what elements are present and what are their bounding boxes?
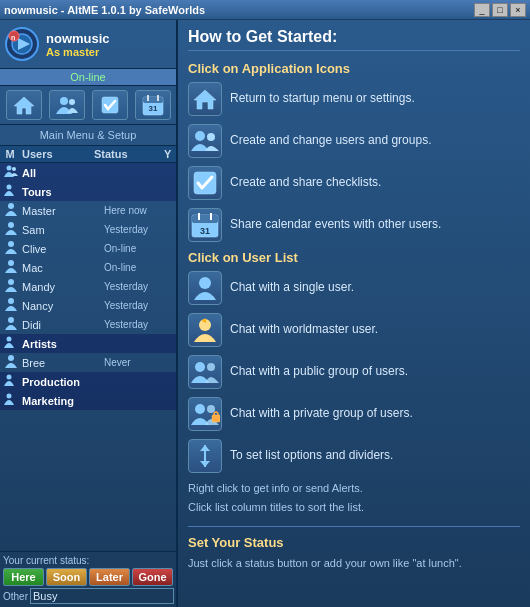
artists-label: Artists [20,338,104,350]
help-item-single-user: Chat with a single user. [188,271,520,305]
left-panel: n nowmusic As master On-line [0,20,178,607]
main-menu-label[interactable]: Main Menu & Setup [0,125,176,146]
section-app-icons-header: Click on Application Icons [188,61,520,76]
app-info: nowmusic As master [46,31,110,58]
list-item-artists[interactable]: Artists [0,334,176,353]
help-item-checklist: Create and share checklists. [188,166,520,200]
svg-point-14 [7,166,12,171]
help-text-single-user: Chat with a single user. [230,280,354,296]
status-label: Your current status: [3,555,173,566]
calendar-toolbar-button[interactable]: 31 [135,90,171,120]
user-list: All Tours Master Here now [0,163,176,551]
svg-point-29 [195,131,205,141]
clive-icon [2,240,20,257]
list-item-didi[interactable]: Didi Yesterday [0,315,176,334]
svg-point-40 [195,362,205,372]
svg-point-41 [207,363,215,371]
didi-status: Yesterday [104,319,174,330]
svg-text:31: 31 [148,104,157,113]
mac-status: On-line [104,262,174,273]
header-y[interactable]: Y [162,146,176,162]
svg-point-23 [8,317,14,323]
svg-rect-44 [212,415,220,422]
window-title: nowmusic - AltME 1.0.1 by SafeWorlds [4,4,205,16]
here-button[interactable]: Here [3,568,44,586]
svg-point-6 [60,97,68,105]
svg-point-17 [8,203,14,209]
help-text-worldmaster: Chat with worldmaster user. [230,322,378,338]
custom-status: Other [3,588,173,604]
header-status[interactable]: Status [92,146,162,162]
list-item-mac[interactable]: Mac On-line [0,258,176,277]
app-role: As master [46,46,110,58]
section-user-list-header: Click on User List [188,250,520,265]
mandy-name: Mandy [20,281,104,293]
list-item-production[interactable]: Production [0,372,176,391]
sam-status: Yesterday [104,224,174,235]
header-m[interactable]: M [0,146,20,162]
svg-point-21 [8,279,14,285]
help-text-options: To set list options and dividers. [230,448,393,464]
list-item-sam[interactable]: Sam Yesterday [0,220,176,239]
list-item-tours[interactable]: Tours [0,182,176,201]
svg-text:31: 31 [200,226,210,236]
online-status-bar: On-line [0,69,176,86]
help-text-private-group: Chat with a private group of users. [230,406,413,422]
master-icon [2,202,20,219]
all-label: All [20,167,104,179]
mandy-icon [2,278,20,295]
nancy-status: Yesterday [104,300,174,311]
users-help-icon [188,124,222,158]
section-set-status-header: Set Your Status [188,526,520,550]
options-help-icon [188,439,222,473]
right-panel: How to Get Started: Click on Application… [178,20,530,607]
mac-icon [2,259,20,276]
help-title: How to Get Started: [188,28,520,51]
list-item-bree[interactable]: Bree Never [0,353,176,372]
users-toolbar-button[interactable] [49,90,85,120]
close-button[interactable]: × [510,3,526,17]
list-item-master[interactable]: Master Here now [0,201,176,220]
help-item-options: To set list options and dividers. [188,439,520,473]
later-button[interactable]: Later [89,568,130,586]
status-buttons: Here Soon Later Gone [3,568,173,586]
svg-point-27 [7,394,12,399]
main-container: n nowmusic As master On-line [0,20,530,607]
svg-point-22 [8,298,14,304]
svg-point-20 [8,260,14,266]
svg-point-26 [7,375,12,380]
other-label: Other [3,591,28,602]
gone-button[interactable]: Gone [132,568,173,586]
svg-point-43 [207,405,215,413]
soon-button[interactable]: Soon [46,568,87,586]
calendar-help-icon: 31 [188,208,222,242]
help-note-rightclick: Right click to get info or send Alerts. [188,481,520,496]
svg-point-30 [207,133,215,141]
help-item-worldmaster: Chat with worldmaster user. [188,313,520,347]
header-users[interactable]: Users [20,146,92,162]
svg-point-25 [8,355,14,361]
help-text-calendar: Share calendar events with other users. [230,217,441,233]
help-text-users: Create and change users and groups. [230,133,431,149]
checklist-toolbar-button[interactable] [92,90,128,120]
svg-point-37 [199,277,211,289]
maximize-button[interactable]: □ [492,3,508,17]
production-icon [2,373,20,390]
svg-rect-10 [143,97,163,103]
busy-input[interactable] [30,588,174,604]
list-item-nancy[interactable]: Nancy Yesterday [0,296,176,315]
svg-marker-46 [200,445,210,451]
svg-point-7 [69,99,75,105]
minimize-button[interactable]: _ [474,3,490,17]
didi-icon [2,316,20,333]
all-icon [2,164,20,181]
app-logo: n [4,26,40,62]
list-item-all[interactable]: All [0,163,176,182]
list-item-marketing[interactable]: Marketing [0,391,176,410]
list-item-clive[interactable]: Clive On-line [0,239,176,258]
svg-point-18 [8,222,14,228]
list-item-mandy[interactable]: Mandy Yesterday [0,277,176,296]
title-bar: nowmusic - AltME 1.0.1 by SafeWorlds _ □… [0,0,530,20]
clive-name: Clive [20,243,104,255]
home-toolbar-button[interactable] [6,90,42,120]
